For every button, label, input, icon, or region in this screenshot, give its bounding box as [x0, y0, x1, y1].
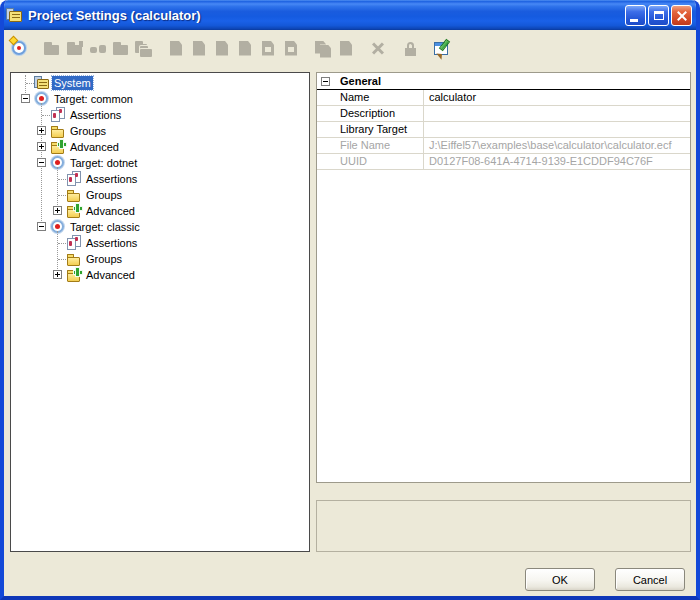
property-value[interactable]	[424, 106, 690, 121]
assertions-icon	[66, 235, 82, 251]
tree-connector	[58, 259, 66, 260]
tree-item-advanced[interactable]: Advanced	[11, 267, 309, 283]
tree-connector	[57, 167, 58, 211]
new-target-button[interactable]	[10, 38, 30, 59]
settings-tree: SystemTarget: commonAssertionsGroupsAdva…	[11, 73, 309, 283]
property-value[interactable]	[424, 122, 690, 137]
target-icon	[34, 91, 50, 107]
document-add-2-button	[189, 38, 209, 59]
folder-icon	[50, 123, 66, 139]
description-box	[316, 500, 691, 552]
document-add-1-button	[166, 38, 186, 59]
property-row-file-name: File NameJ:\Eiffel57\examples\base\calcu…	[317, 138, 690, 154]
property-row-description: Description	[317, 106, 690, 122]
folder-new-button	[42, 38, 62, 59]
property-grid: General NamecalculatorDescriptionLibrary…	[316, 72, 691, 483]
folder-icon	[66, 187, 82, 203]
tree-item-label: Assertions	[84, 172, 139, 186]
tree-item-label: Advanced	[84, 204, 137, 218]
tree-item-label: Target: dotnet	[68, 156, 139, 170]
folder-move-button	[111, 38, 131, 59]
advanced-icon	[66, 203, 82, 219]
tree-connector	[58, 195, 66, 196]
property-row-name: Namecalculator	[317, 90, 690, 106]
tree-item-label: Target: common	[52, 92, 135, 106]
target-icon	[50, 219, 66, 235]
expand-expander[interactable]	[53, 270, 62, 279]
tree-item-label: Assertions	[84, 236, 139, 250]
tree-item-label: Advanced	[68, 140, 121, 154]
property-value: D0127F08-641A-4714-9139-E1CDDF94C76F	[424, 154, 690, 169]
close-button[interactable]	[671, 5, 692, 26]
property-value: J:\Eiffel57\examples\base\calculator\cal…	[424, 138, 690, 153]
tree-item-groups[interactable]: Groups	[11, 187, 309, 203]
settings-tree-panel: SystemTarget: commonAssertionsGroupsAdva…	[10, 72, 310, 552]
dialog-body: SystemTarget: commonAssertionsGroupsAdva…	[4, 30, 696, 596]
delete-button	[368, 38, 388, 59]
window-controls	[625, 5, 692, 26]
tree-item-assertions[interactable]: Assertions	[11, 171, 309, 187]
folder-duplicate-button	[65, 38, 85, 59]
assertions-icon	[66, 171, 82, 187]
tree-item-label: Target: classic	[68, 220, 142, 234]
titlebar[interactable]: Project Settings (calculator)	[0, 0, 700, 30]
property-label: UUID	[317, 154, 424, 169]
cancel-button[interactable]: Cancel	[615, 568, 685, 591]
tree-item-groups[interactable]: Groups	[11, 123, 309, 139]
property-section-header: General	[317, 73, 690, 90]
target-icon	[50, 155, 66, 171]
advanced-icon	[50, 139, 66, 155]
property-value[interactable]: calculator	[424, 90, 690, 105]
document-add-4-button	[235, 38, 255, 59]
system-icon	[34, 75, 50, 91]
property-label: Library Target	[317, 122, 424, 137]
tree-item-target-classic[interactable]: Target: classic	[11, 219, 309, 235]
expand-expander[interactable]	[53, 206, 62, 215]
toolbar	[10, 36, 455, 60]
tree-item-advanced[interactable]: Advanced	[11, 203, 309, 219]
folder-icon	[66, 251, 82, 267]
document-add-3-button	[212, 38, 232, 59]
minimize-button[interactable]	[625, 5, 646, 26]
tree-item-target-dotnet[interactable]: Target: dotnet	[11, 155, 309, 171]
collapse-expander[interactable]	[37, 222, 46, 231]
tree-connector	[57, 231, 58, 275]
property-row-library-target: Library Target	[317, 122, 690, 138]
tree-item-label: Advanced	[84, 268, 137, 282]
project-settings-window: Project Settings (calculator) SystemTa	[0, 0, 700, 600]
property-label: File Name	[317, 138, 424, 153]
rename-button	[88, 38, 108, 59]
tree-connector	[26, 83, 34, 84]
tree-item-label: Groups	[84, 252, 124, 266]
tree-item-groups[interactable]: Groups	[11, 251, 309, 267]
collapse-expander[interactable]	[21, 94, 30, 103]
tree-item-system[interactable]: System	[11, 75, 309, 91]
folders-merge-button	[134, 38, 154, 59]
tree-item-assertions[interactable]: Assertions	[11, 235, 309, 251]
tree-connector	[58, 179, 66, 180]
documents-copy-button	[313, 38, 333, 59]
lock-button	[400, 38, 420, 59]
maximize-button[interactable]	[648, 5, 669, 26]
advanced-icon	[66, 267, 82, 283]
tree-item-label: Groups	[68, 124, 108, 138]
ok-button[interactable]: OK	[525, 568, 595, 591]
tree-connector	[42, 115, 50, 116]
document-paste-button	[336, 38, 356, 59]
collapse-section-expander[interactable]	[321, 77, 330, 86]
property-row-uuid: UUIDD0127F08-641A-4714-9139-E1CDDF94C76F	[317, 154, 690, 170]
collapse-expander[interactable]	[37, 158, 46, 167]
tree-item-target-common[interactable]: Target: common	[11, 91, 309, 107]
expand-expander[interactable]	[37, 142, 46, 151]
property-label: Description	[317, 106, 424, 121]
tree-item-assertions[interactable]: Assertions	[11, 107, 309, 123]
edit-configuration-button[interactable]	[432, 38, 452, 59]
window-title: Project Settings (calculator)	[28, 8, 625, 23]
tree-item-advanced[interactable]: Advanced	[11, 139, 309, 155]
tree-item-label: System	[52, 76, 93, 90]
assertions-icon	[50, 107, 66, 123]
document-add-6-button	[281, 38, 301, 59]
tree-item-label: Groups	[84, 188, 124, 202]
property-label: Name	[317, 90, 424, 105]
expand-expander[interactable]	[37, 126, 46, 135]
